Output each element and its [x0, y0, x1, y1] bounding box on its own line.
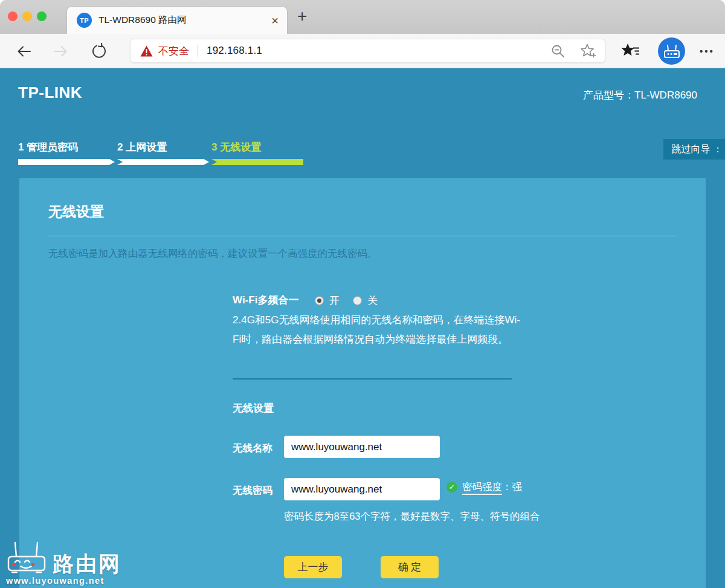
wireless-settings-panel: 无线设置 无线密码是加入路由器无线网络的密码，建议设置一个高强度的无线密码。 W… — [19, 178, 706, 588]
watermark-url: www.luyouwang.net — [6, 576, 121, 586]
step-progress-bar — [211, 159, 303, 165]
reload-button[interactable] — [91, 43, 108, 60]
address-bar[interactable]: 不安全 192.168.1.1 — [130, 39, 605, 63]
step-progress-bar — [117, 159, 209, 165]
favorites-list-icon — [621, 42, 640, 59]
step-admin-password: 1 管理员密码 — [18, 140, 115, 165]
intro-text: 无线密码是加入路由器无线网络的密码，建议设置一个高强度的无线密码。 — [48, 247, 378, 260]
previous-step-button[interactable]: 上一步 — [284, 556, 342, 578]
site-watermark: 路由网 www.luyouwang.net — [6, 539, 121, 586]
zoom-out-button[interactable] — [551, 44, 565, 58]
new-tab-button[interactable]: + — [297, 7, 307, 25]
security-warning-label: 不安全 — [158, 44, 189, 58]
back-arrow-icon — [16, 43, 33, 60]
add-favorite-button[interactable] — [581, 44, 596, 58]
browser-toolbar: 不安全 192.168.1.1 — [0, 34, 725, 68]
password-strength-indicator: ✓ 密码强度：强 — [446, 480, 522, 494]
step-internet-settings: 2 上网设置 — [117, 140, 209, 165]
password-label: 无线密码 — [233, 484, 272, 497]
router-setup-page: TP-LINK 产品型号：TL-WDR8690 1 管理员密码 2 上网设置 3… — [0, 68, 725, 588]
page-title: 无线设置 — [48, 202, 104, 221]
radio-off[interactable] — [353, 296, 362, 305]
reload-icon — [91, 43, 108, 60]
wizard-steps: 1 管理员密码 2 上网设置 3 无线设置 — [18, 140, 303, 165]
confirm-button[interactable]: 确 定 — [381, 556, 439, 578]
password-hint: 密码长度为8至63个字符，最好是数字、字母、符号的组合 — [284, 510, 540, 523]
router-extension-icon — [663, 44, 680, 59]
window-minimize-button[interactable] — [22, 11, 32, 21]
tp-link-favicon-icon: TP — [77, 13, 92, 28]
check-icon: ✓ — [446, 482, 457, 493]
star-plus-icon — [581, 44, 596, 58]
skip-wizard-button[interactable]: 跳过向导 ： — [663, 139, 725, 160]
password-input[interactable] — [284, 478, 440, 500]
tp-link-logo: TP-LINK — [18, 83, 82, 102]
tab-close-icon[interactable]: × — [271, 15, 279, 27]
radio-off-label[interactable]: 关 — [367, 294, 378, 308]
router-extension-button[interactable] — [658, 37, 685, 65]
more-menu-button[interactable]: ••• — [700, 46, 715, 56]
strength-value: 强 — [512, 481, 523, 492]
back-button[interactable] — [16, 43, 33, 60]
product-model-label: 产品型号：TL-WDR8690 — [583, 88, 697, 102]
tab-strip: TP TL-WDR8690 路由网 × + — [0, 0, 725, 34]
watermark-site-name: 路由网 — [53, 553, 121, 574]
radio-on[interactable] — [315, 296, 324, 305]
step-wireless-settings: 3 无线设置 — [211, 140, 303, 165]
wifi-band-label: Wi-Fi多频合一 — [233, 293, 298, 307]
wifi-band-description: 2.4G和5G无线网络使用相同的无线名称和密码，在终端连接Wi-Fi时，路由器会… — [233, 311, 523, 349]
radio-on-label[interactable]: 开 — [329, 294, 340, 308]
window-zoom-button[interactable] — [37, 11, 47, 21]
forward-arrow-icon — [52, 43, 69, 60]
title-divider — [48, 236, 677, 236]
address-divider — [198, 45, 198, 57]
url-text: 192.168.1.1 — [207, 45, 262, 57]
favorites-list-button[interactable] — [621, 42, 640, 62]
section-divider — [233, 378, 512, 380]
forward-button[interactable] — [52, 43, 69, 60]
ssid-label: 无线名称 — [233, 442, 272, 455]
wireless-section-title: 无线设置 — [233, 401, 274, 415]
router-mascot-icon — [6, 539, 50, 574]
wifi-band-radio-group: 开 关 — [315, 294, 378, 308]
browser-tab[interactable]: TP TL-WDR8690 路由网 × — [66, 6, 288, 34]
tab-title: TL-WDR8690 路由网 — [98, 14, 266, 27]
ssid-input[interactable] — [284, 436, 440, 458]
step-progress-bar — [18, 159, 115, 165]
zoom-out-icon — [551, 44, 565, 58]
security-warning-icon — [140, 45, 153, 57]
browser-window: TP TL-WDR8690 路由网 × + — [0, 0, 725, 588]
strength-label: 密码强度 — [462, 481, 502, 495]
window-close-button[interactable] — [8, 11, 18, 21]
